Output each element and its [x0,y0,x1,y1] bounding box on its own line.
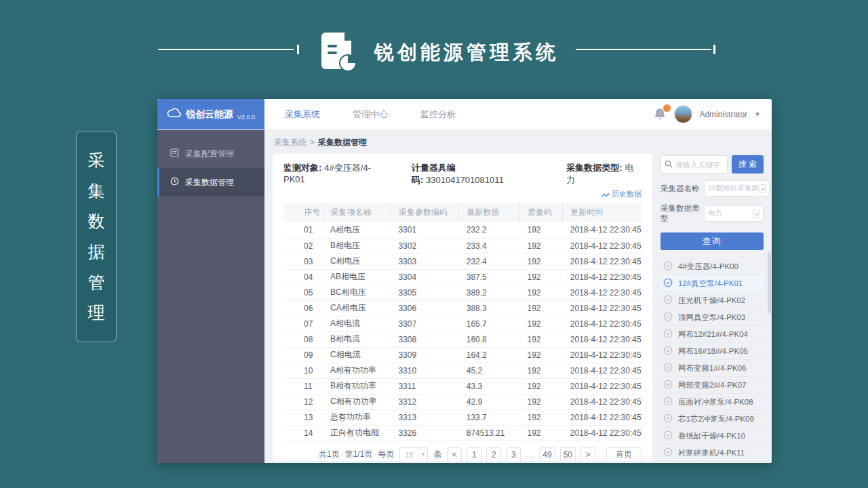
config-doc-icon [170,148,179,159]
filter-select-采集器名称[interactable]: 1#配电站采集器 [704,180,770,197]
per-page-label: 每页 [378,449,394,460]
check-circle-icon [663,261,673,272]
column-header: 更新时间 [563,203,642,222]
table-row[interactable]: 11B相有功功率331143.31922018-4-12 22:30:45 [283,378,642,394]
page-title: 锐创能源管理系统 [374,39,559,66]
table-cell: 2018-4-12 22:30:45 [563,269,642,285]
collection-data-table: 序号采集项名称采集参数编码最新数值质量码更新时间 01A相电压3301232.2… [283,203,642,441]
table-cell: 05 [283,285,323,300]
sidebar-item-采集配置管理[interactable]: 采集配置管理 [157,140,264,168]
device-name: 网布12#21#/4-PK04 [678,329,748,340]
check-circle-icon [663,312,673,323]
prev-page-button[interactable]: < [447,447,462,462]
device-item[interactable]: 网布12#21#/4-PK04 [660,326,764,343]
check-circle-icon [663,380,673,390]
info-item: 监测对象:4#变压器/4-PK01 [283,162,391,184]
table-cell: 874513.21 [459,425,520,441]
page-button-1[interactable]: 1 [467,447,481,462]
filter-select-采集数据类型[interactable]: 电力 [704,205,764,222]
avatar[interactable] [674,105,692,123]
table-row[interactable]: 05BC相电压3305389.21922018-4-12 22:30:45 [283,285,642,300]
first-page-button[interactable]: 首页 [606,447,642,462]
table-row[interactable]: 10A相有功功率331045.21922018-4-12 22:30:45 [283,363,642,378]
table-row[interactable]: 06CA相电压3306388.31922018-4-12 22:30:45 [283,300,642,316]
banner-char: 管 [88,274,105,291]
table-cell: 03 [283,253,323,269]
sidebar-item-采集数据管理[interactable]: 采集数据管理 [157,168,264,197]
device-item[interactable]: 网布16#18#/4-PK05 [660,343,764,360]
table-row[interactable]: 01A相电压3301232.21922018-4-12 22:30:45 [283,222,642,238]
table-row[interactable]: 03C相电压3303232.41922018-4-12 22:30:45 [283,253,642,269]
table-cell: 42.9 [459,394,520,409]
history-data-link[interactable]: 历史数据 [283,189,642,199]
table-cell: 164.2 [459,347,520,363]
page-button-2[interactable]: 2 [486,447,501,462]
table-cell: C相电流 [323,347,391,363]
table-cell: 2018-4-12 22:30:45 [563,253,642,269]
dropdown-icon [759,184,766,193]
table-cell: BC相电压 [323,285,391,300]
check-circle-icon [663,346,673,357]
device-item[interactable]: 12#真空泵/4-PK01 [660,275,764,292]
topbar-right: Administrator ▼ [654,99,772,129]
table-cell: 192 [519,363,562,378]
filter-label: 采集器名称 [660,184,704,194]
header-divider-right-tick [713,45,715,54]
caret-down-icon[interactable]: ▼ [754,110,761,118]
device-item[interactable]: 网布变频1#/4-PK06 [660,360,764,377]
next-page-button[interactable]: > [580,447,595,462]
table-row[interactable]: 14正向有功电能3326874513.211922018-4-12 22:30:… [283,425,642,441]
device-item[interactable]: 卷纸缸干燥/4-PK10 [660,428,764,445]
search-field[interactable] [660,155,728,174]
table-row[interactable]: 04AB相电压3304387.51922018-4-12 22:30:45 [283,269,642,285]
device-item[interactable]: 压光机干燥/4-PK02 [660,292,764,309]
table-cell: 12 [283,394,323,409]
per-page-input[interactable]: ▼ [399,447,428,462]
table-cell: B相电流 [323,331,391,347]
banner-char: 理 [88,304,105,321]
table-cell: C相有功功率 [323,394,391,409]
spinner-caret-icon[interactable]: ▼ [418,447,427,462]
query-button[interactable]: 查询 [660,232,764,250]
table-cell: 192 [519,253,562,269]
table-cell: B相有功功率 [323,378,391,394]
table-cell: 232.2 [459,222,520,238]
page-button-49[interactable]: 49 [539,447,555,462]
page-button-50[interactable]: 50 [560,447,576,462]
scrollbar-thumb[interactable] [768,252,771,313]
nav-item-采集系统[interactable]: 采集系统 [285,108,320,121]
table-cell: 232.4 [459,253,520,269]
info-label: 监测对象: [283,163,321,173]
device-name: 4#变压器/4-PK00 [678,262,738,272]
table-row[interactable]: 08B相电流3308160.81922018-4-12 22:30:45 [283,331,642,347]
page-button-3[interactable]: 3 [506,447,521,462]
table-row[interactable]: 02B相电压3302233.41922018-4-12 22:30:45 [283,238,642,253]
nav-item-管理中心[interactable]: 管理中心 [353,108,388,121]
device-name: 12#真空泵/4-PK01 [678,279,743,289]
device-item[interactable]: 顶网真空泵/4-PK03 [660,309,764,326]
search-input[interactable] [675,161,724,169]
device-item[interactable]: 衬浆碎浆机/4-PK11 [660,445,764,462]
breadcrumb-root[interactable]: 采集系统 [274,138,307,147]
user-name: Administrator [699,110,747,119]
notification-bell-icon[interactable] [654,107,667,122]
device-item[interactable]: 芯1芯2冲浆泵/4-PK09 [660,411,764,428]
table-row[interactable]: 12C相有功功率331242.91922018-4-12 22:30:45 [283,394,642,409]
table-row[interactable]: 09C相电流3309164.21922018-4-12 22:30:45 [283,347,642,363]
nav-item-监控分析[interactable]: 监控分析 [420,108,456,121]
table-row[interactable]: 13总有功功率3313133.71922018-4-12 22:30:45 [283,409,642,425]
table-cell: B相电压 [323,238,391,253]
sidebar-item-label: 采集数据管理 [185,177,234,188]
search-button[interactable]: 搜 索 [732,155,764,174]
device-name: 网布16#18#/4-PK05 [678,346,748,357]
sidebar: 采集配置管理采集数据管理 [157,130,264,463]
table-cell: 192 [519,347,562,363]
device-item[interactable]: 底面衬冲浆泵/4-PK08 [660,394,764,411]
table-cell: 2018-4-12 22:30:45 [563,394,642,409]
table-row[interactable]: 07A相电流3307165.71922018-4-12 22:30:45 [283,316,642,331]
app-logo[interactable]: 锐创云能源 V2.0.0 [157,99,264,129]
device-item[interactable]: 4#变压器/4-PK00 [660,258,764,275]
device-item[interactable]: 网部变频2#/4-PK07 [660,377,764,394]
banner-char: 数 [88,213,105,230]
column-header: 序号 [283,203,323,222]
